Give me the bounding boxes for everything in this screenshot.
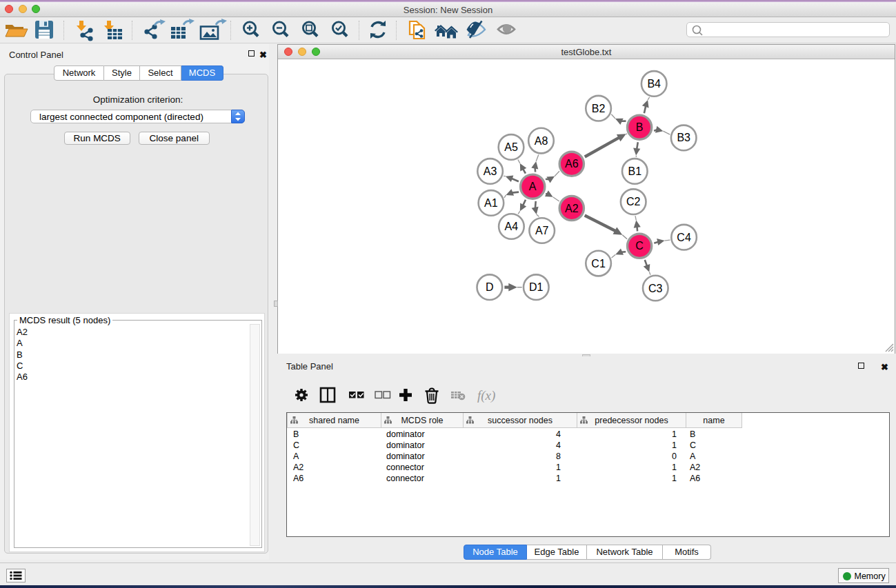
svg-text:A1: A1 — [484, 197, 498, 209]
svg-text:A5: A5 — [504, 141, 518, 153]
svg-text:B3: B3 — [677, 132, 690, 143]
svg-text:B: B — [636, 121, 644, 133]
svg-text:B4: B4 — [647, 78, 661, 90]
svg-text:f(x): f(x) — [477, 388, 495, 403]
svg-text:C: C — [635, 240, 644, 252]
svg-text:C4: C4 — [677, 232, 691, 243]
svg-text:A4: A4 — [505, 221, 519, 232]
svg-text:D: D — [486, 281, 494, 293]
svg-text:B1: B1 — [628, 165, 642, 177]
svg-text:A7: A7 — [535, 225, 549, 236]
svg-text:D1: D1 — [529, 281, 544, 293]
svg-text:A3: A3 — [484, 165, 497, 177]
svg-text:A6: A6 — [565, 158, 579, 170]
svg-text:B2: B2 — [592, 103, 606, 114]
svg-text:A2: A2 — [565, 203, 579, 214]
svg-text:C1: C1 — [591, 258, 606, 270]
svg-text:C3: C3 — [648, 283, 663, 294]
svg-text:A8: A8 — [535, 135, 548, 147]
svg-text:C2: C2 — [626, 196, 641, 207]
svg-text:A: A — [529, 181, 537, 192]
